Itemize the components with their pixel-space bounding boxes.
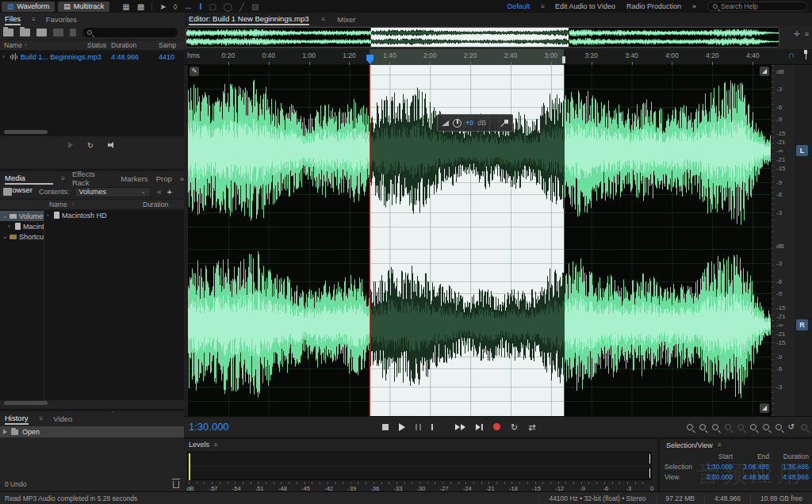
hud-corner-widget-icon[interactable]: ◢: [760, 67, 769, 76]
pause-button[interactable]: [416, 424, 421, 430]
tab-favorites[interactable]: Favorites: [46, 15, 77, 24]
media-col-name[interactable]: Name: [49, 200, 67, 208]
files-search-box[interactable]: [82, 28, 178, 37]
left-channel-badge[interactable]: L: [796, 145, 808, 156]
tree-expand-icon[interactable]: ›: [8, 223, 13, 230]
zoom-out-amplitude-icon[interactable]: [725, 424, 731, 430]
record-button[interactable]: [493, 423, 500, 430]
editor-panel-menu-icon[interactable]: ≡: [322, 16, 325, 23]
back-arrow-icon[interactable]: ◄: [155, 188, 163, 196]
tab-mixer[interactable]: Mixer: [337, 15, 355, 24]
level-meter[interactable]: [187, 452, 652, 480]
timeline-ruler[interactable]: hms 0:200:401:001:201:402:002:202:403:00…: [184, 49, 812, 65]
files-autoplay-button[interactable]: [108, 142, 116, 148]
row-expand-chevron[interactable]: ›: [47, 212, 52, 219]
view-start-value[interactable]: 0:00.000: [698, 473, 736, 481]
tab-history[interactable]: History: [5, 412, 29, 425]
skip-to-start-button[interactable]: [431, 424, 434, 430]
open-file-icon[interactable]: [3, 29, 13, 36]
files-loop-button[interactable]: ↻: [87, 141, 94, 150]
zoom-in-amplitude-icon[interactable]: [712, 424, 718, 430]
levels-panel-menu-icon[interactable]: ≡: [214, 441, 217, 449]
media-tree[interactable]: ⌄ Volumes › Macintosh HD ⌄ Shortcuts: [0, 210, 44, 400]
selection-start-value[interactable]: 1:30.000: [698, 463, 736, 471]
selection-end-value[interactable]: 3:06.485: [736, 463, 772, 471]
amplitude-ruler[interactable]: dB-3-6-9-15-21-∞-21-15-9-6-3dB-3-6-9-15-…: [771, 65, 795, 416]
tab-markers[interactable]: Markers: [121, 174, 147, 183]
move-tool-icon[interactable]: ➤: [159, 2, 166, 11]
selection-end-handle[interactable]: [562, 56, 565, 63]
workspace-overflow-chevron[interactable]: »: [692, 2, 696, 10]
selection-view-menu-icon[interactable]: ≡: [718, 441, 721, 449]
overview-waveform[interactable]: [186, 27, 779, 48]
add-marker-icon[interactable]: [802, 50, 809, 59]
col-duration[interactable]: Duration: [111, 41, 136, 49]
rewind-button[interactable]: [444, 424, 445, 430]
tree-collapse-icon-2[interactable]: ⌄: [2, 233, 7, 240]
media-row-macintosh-hd[interactable]: › Macintosh HD: [44, 210, 184, 220]
zoom-full-icon[interactable]: ↺: [788, 423, 795, 431]
workspace-default[interactable]: Default: [508, 2, 530, 10]
hud-corner-widget-icon-2[interactable]: ◢: [760, 403, 769, 413]
ibeam-tool-icon[interactable]: I: [199, 2, 201, 11]
spot-healing-tool-icon[interactable]: ▨: [251, 2, 259, 11]
tab-video[interactable]: Video: [53, 414, 72, 423]
paintbrush-tool-icon[interactable]: ╱: [239, 2, 244, 11]
tab-files[interactable]: Files: [5, 13, 21, 25]
contents-dropdown[interactable]: Volumes ⌄: [75, 187, 151, 197]
waveform-view-button[interactable]: ▥ Waveform: [2, 2, 55, 12]
files-list[interactable]: › Build 1... Beginnings.mp3 4:48.966 441…: [0, 51, 184, 136]
tree-item-macintosh-hd[interactable]: › Macintosh HD: [0, 221, 44, 231]
add-shortcut-icon[interactable]: +: [167, 187, 171, 197]
workspace-radio-production[interactable]: Radio Production: [626, 2, 681, 10]
multitrack-view-button[interactable]: ▤ Multitrack: [58, 2, 109, 12]
tab-properties[interactable]: Prop: [156, 174, 172, 183]
skip-selection-button[interactable]: ⇄: [528, 423, 535, 431]
snapping-magnet-icon[interactable]: ∩: [788, 50, 795, 59]
zoom-out-full-icon[interactable]: [801, 424, 807, 430]
view-end-value[interactable]: 4:48.966: [736, 473, 772, 481]
tree-item-shortcuts[interactable]: ⌄ Shortcuts: [0, 231, 44, 242]
col-name[interactable]: Name: [0, 41, 22, 49]
zoom-to-in-point-icon[interactable]: [763, 424, 769, 430]
overview-zoom-icon[interactable]: ✛: [794, 30, 800, 38]
workspace-menu-icon[interactable]: ≡: [541, 3, 544, 10]
view-duration-value[interactable]: 4:48.966: [772, 473, 812, 481]
lasso-selection-tool-icon[interactable]: ◯: [224, 2, 232, 11]
files-panel-menu-icon[interactable]: ≡: [32, 16, 35, 23]
tab-effects-rack[interactable]: Effects Rack: [72, 170, 113, 187]
play-button[interactable]: [399, 423, 405, 431]
zoom-in-time-icon[interactable]: [687, 424, 693, 430]
time-selection-tool-icon[interactable]: ↔: [184, 2, 192, 11]
insert-into-multitrack-icon[interactable]: [53, 29, 63, 36]
fast-forward-button[interactable]: [455, 424, 465, 430]
volume-hud[interactable]: +0 dB: [437, 114, 513, 132]
media-col-duration[interactable]: Duration: [143, 200, 168, 208]
current-time-display[interactable]: 1:30.000: [189, 421, 229, 433]
import-file-icon[interactable]: [20, 29, 30, 36]
hud-pin-icon[interactable]: [501, 120, 508, 127]
gain-value[interactable]: +0: [465, 119, 473, 127]
file-row[interactable]: › Build 1... Beginnings.mp3 4:48.966 441…: [0, 51, 184, 61]
zoom-to-out-point-icon[interactable]: [776, 424, 782, 430]
waveform-display[interactable]: ✎ ◢ ◢ +0 dB: [188, 65, 771, 416]
file-name[interactable]: Build 1... Beginnings.mp3: [21, 53, 102, 61]
col-sample[interactable]: Samp: [159, 41, 176, 49]
media-panel-menu-icon[interactable]: ≡: [61, 175, 64, 182]
marquee-selection-tool-icon[interactable]: ▢: [209, 2, 216, 11]
right-channel-badge[interactable]: R: [796, 319, 808, 330]
selection-duration-value[interactable]: 1:36.485: [772, 463, 812, 471]
zoom-reset-icon[interactable]: [737, 424, 744, 430]
add-to-files-icon[interactable]: [3, 188, 12, 196]
stop-button[interactable]: [382, 424, 389, 430]
tab-media-browser[interactable]: Media Browser: [5, 172, 53, 185]
zoom-to-selection-icon[interactable]: [750, 424, 756, 430]
files-play-button[interactable]: [68, 142, 73, 148]
skip-to-end-button[interactable]: [476, 424, 483, 430]
media-list[interactable]: › Macintosh HD: [44, 210, 184, 400]
expand-chevron-icon[interactable]: ›: [0, 53, 7, 60]
razor-tool-icon[interactable]: ◊: [174, 2, 178, 11]
tree-collapse-icon[interactable]: ⌄: [2, 212, 7, 220]
files-horizontal-scrollbar[interactable]: [4, 130, 48, 134]
col-status[interactable]: Status: [87, 41, 106, 49]
